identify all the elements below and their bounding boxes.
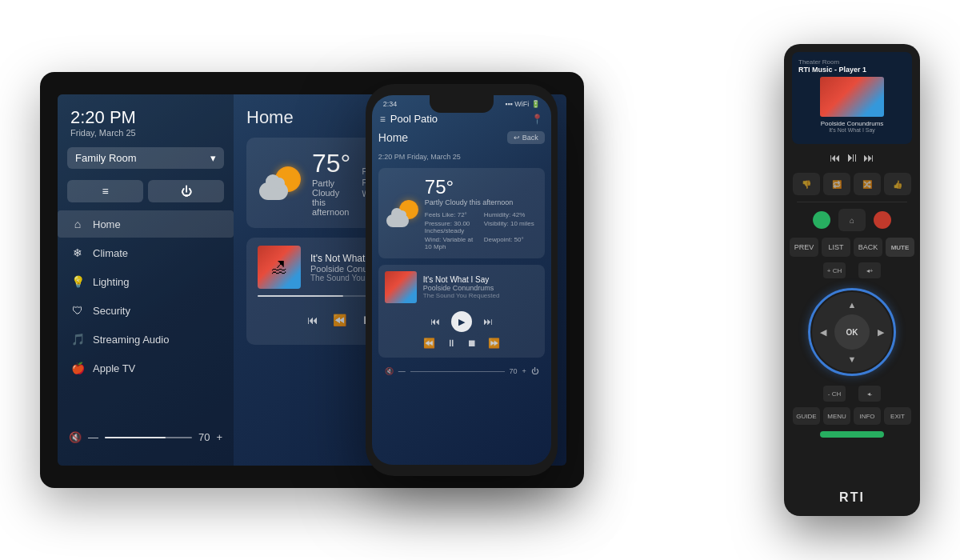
phone-music-text: It's Not What I Say Poolside Conundrums … [423, 275, 500, 299]
phone-fast-forward-button[interactable]: ⏩ [488, 338, 500, 349]
vol-minus-icon[interactable]: — [88, 431, 98, 443]
remote-track-name: Poolside Conundrums [798, 120, 906, 127]
remote-media-buttons: ⏮ ⏯ ⏭ [830, 149, 874, 166]
phone-main: Home ↩ Back 2:20 PM Friday, March 25 75°… [372, 130, 551, 465]
remote-play-pause-button[interactable]: ⏯ [846, 150, 858, 165]
dpad-ok-button[interactable]: OK [834, 314, 870, 350]
mute-icon[interactable]: 🔇 [69, 431, 82, 443]
nav-item-lighting[interactable]: 💡 Lighting [58, 268, 234, 295]
remote-ch-plus-row: + CH ◂+ [823, 262, 881, 279]
phone-weather-temp: 75° [425, 176, 537, 198]
remote-guide-button[interactable]: GUIDE [793, 407, 820, 425]
phone-menu-icon[interactable]: ≡ [380, 114, 386, 125]
remote-vol-plus-label: ◂+ [858, 262, 881, 278]
streaming-icon: 🎵 [70, 333, 85, 346]
phone-time-line: 2:20 PM Friday, March 25 [378, 152, 545, 162]
nav-item-home[interactable]: ⌂ Home [58, 210, 234, 238]
remote-exit-button[interactable]: EXIT [884, 407, 911, 425]
remote-info-button[interactable]: INFO [854, 407, 881, 425]
remote-track-sub: It's Not What I Say [798, 127, 906, 133]
phone-back-icon: ↩ [514, 134, 520, 142]
remote-vol-minus-label: ◂- [858, 386, 881, 402]
room-selector[interactable]: Family Room ▾ [67, 147, 224, 169]
menu-button[interactable]: ≡ [67, 180, 143, 202]
phone-rewind-button[interactable]: ⏪ [423, 338, 435, 349]
remote-shuffle-button[interactable]: 🔀 [854, 173, 881, 195]
nav-label-appletv: Apple TV [93, 362, 135, 374]
nav-label-security: Security [93, 305, 130, 317]
nav-item-streaming[interactable]: 🎵 Streaming Audio [58, 326, 234, 353]
phone-vol-plus[interactable]: + [522, 367, 526, 375]
nav-item-climate[interactable]: ❄ Climate [58, 239, 234, 266]
skip-back-start-button[interactable]: ⏮ [307, 314, 318, 326]
dpad-bg[interactable]: ▲ ▼ ◀ ▶ OK [812, 292, 892, 372]
remote-back-button[interactable]: BACK [854, 238, 882, 257]
dpad-right-button[interactable]: ▶ [878, 327, 884, 338]
phone-stop-button[interactable]: ⏹ [467, 338, 477, 349]
remote-green-bar [820, 431, 884, 438]
phone-back-label: Back [522, 134, 538, 142]
remote-home-button[interactable]: ⌂ [838, 209, 866, 231]
remote-prev-track-button[interactable]: ⏮ [830, 151, 841, 164]
remote-menu-button[interactable]: MENU [823, 407, 850, 425]
weather-info: 75° Partly Cloudy this afternoon [312, 149, 350, 217]
phone-skip-forward-button[interactable]: ⏭ [483, 316, 493, 327]
nav-item-security[interactable]: 🛡 Security [58, 297, 234, 324]
weather-icon [259, 166, 301, 200]
weather-desc: Partly Cloudy this afternoon [312, 178, 350, 217]
phone-music-controls-row1: ⏮ ▶ ⏭ [385, 308, 538, 335]
remote-thumbdown-button[interactable]: 👎 [793, 173, 820, 195]
sidebar-nav: ⌂ Home ❄ Climate 💡 Lighting 🛡 Security [58, 210, 234, 382]
phone-power-icon[interactable]: ⏻ [531, 367, 538, 375]
remote-thumb-row: 👎 🔁 🔀 👍 [793, 171, 911, 197]
remote-thumbup-button[interactable]: 👍 [884, 173, 911, 195]
phone-pause-button[interactable]: ⏸ [446, 338, 456, 349]
home-icon: ⌂ [70, 218, 85, 230]
phone-play-button[interactable]: ▶ [451, 311, 472, 332]
remote-green-button[interactable] [813, 211, 830, 229]
volume-fill [105, 437, 166, 438]
phone-signal-icons: ▪▪▪ WiFi 🔋 [505, 100, 540, 108]
progress-fill [258, 295, 343, 297]
volume-value: 70 [198, 431, 210, 443]
nav-item-appletv[interactable]: 🍎 Apple TV [58, 354, 234, 382]
phone-weather-desc: Partly Cloudy this afternoon [425, 198, 537, 206]
rewind-button[interactable]: ⏪ [333, 314, 346, 326]
vol-plus-icon[interactable]: + [216, 431, 222, 443]
p-wind: Wind: Variable at 10 Mph [425, 236, 478, 250]
phone-vol-minus[interactable]: — [398, 367, 406, 375]
remote-red-button[interactable] [874, 211, 891, 229]
phone-location-icon[interactable]: 📍 [531, 114, 543, 125]
remote-ch-minus-row: - CH ◂- [823, 385, 881, 402]
phone-back-button[interactable]: ↩ Back [507, 131, 545, 144]
climate-icon: ❄ [70, 246, 85, 259]
remote-repeat-button[interactable]: 🔁 [823, 173, 850, 195]
p-pressure: Pressure: 30.00 Inches/steady [425, 220, 478, 234]
remote-next-track-button[interactable]: ⏭ [863, 151, 874, 164]
dpad-down-button[interactable]: ▼ [848, 354, 857, 364]
remote-dpad: ▲ ▼ ◀ ▶ OK [804, 284, 900, 380]
volume-bar[interactable] [105, 437, 192, 438]
dpad-left-button[interactable]: ◀ [820, 327, 826, 338]
p-feels-like: Feels Like: 72° [425, 211, 478, 218]
remote-mute-button[interactable]: MUTE [886, 238, 914, 257]
p-dewpoint: Dewpoint: 50° [484, 236, 537, 250]
remote-prev-button[interactable]: PREV [790, 238, 818, 257]
nav-label-home: Home [93, 218, 121, 230]
remote-bottom-row: GUIDE MENU INFO EXIT [793, 407, 911, 425]
phone-home-header: Home ↩ Back [378, 130, 545, 146]
power-button[interactable]: ⏻ [148, 180, 224, 202]
phone-time: 2:34 [383, 100, 398, 108]
dpad-up-button[interactable]: ▲ [848, 300, 857, 310]
phone-mute-icon[interactable]: 🔇 [385, 367, 394, 375]
phone-weather-icon [386, 200, 418, 227]
remote-album-art [820, 77, 884, 117]
sidebar-icon-row: ≡ ⏻ [58, 177, 234, 210]
nav-label-streaming: Streaming Audio [93, 334, 169, 346]
phone-vol-line[interactable] [410, 371, 505, 372]
remote-list-button[interactable]: LIST [822, 238, 850, 257]
phone-music-title: It's Not What I Say [423, 275, 500, 284]
remote-ch-plus-label: + CH [823, 262, 846, 278]
divider [797, 202, 908, 202]
phone-skip-back-button[interactable]: ⏮ [430, 316, 440, 327]
